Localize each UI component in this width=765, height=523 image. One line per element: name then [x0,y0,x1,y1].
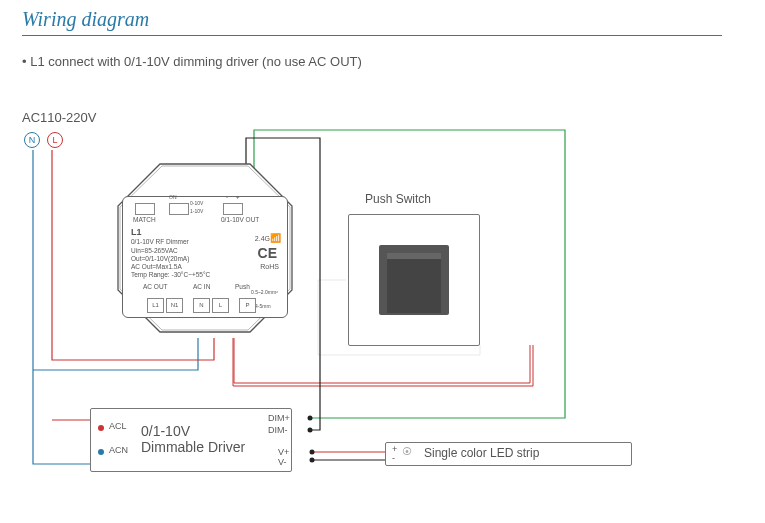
dimmable-driver: ACL ACN 0/1-10VDimmable Driver [90,408,292,472]
terminal-l1: L1 [147,298,164,313]
v-plus-label: V+ [278,447,289,457]
push-switch-plate [379,245,449,315]
svg-point-0 [308,416,313,421]
dip-switch-1 [169,203,189,215]
push-switch-button [387,253,441,313]
dip-switch-2 [223,203,243,215]
out-label: 0/1-10V OUT [221,216,259,224]
l1-model: L1 [131,227,142,238]
l1-desc: 0/1-10V RF Dimmer [131,238,189,246]
terminal-l: L [212,298,229,313]
terminal-p: P [239,298,256,313]
acn-label: ACN [109,445,128,455]
acn-terminal-icon [98,449,104,455]
terminal-n1: N1 [166,298,183,313]
strip-name: Single color LED strip [424,446,539,460]
rohs-label: RoHS [260,263,279,270]
svg-point-3 [310,458,315,463]
svg-point-1 [308,428,313,433]
l1-dimmer-module: ⊙⊙⊙⊙⊙⊙⊙⊙ MATCH ON 0-10V 1-10V - + 0/1-10… [114,160,294,340]
dim-minus-label: DIM- [268,425,288,435]
rf-24g-icon: 2.4G📶 [255,233,281,243]
l1-terminal-row: L1 N1 N L P [147,298,256,313]
l1-body: MATCH ON 0-10V 1-10V - + 0/1-10V OUT L1 … [122,196,288,318]
strip-minus-icon: - [392,453,395,463]
terminal-n: N [193,298,210,313]
match-label: MATCH [133,216,156,224]
strip-polarity-icon: ⦿ [402,446,412,457]
v-minus-label: V- [278,457,287,467]
ce-mark-icon: CE [258,245,277,261]
push-switch-label: Push Switch [365,192,431,206]
driver-name: 0/1-10VDimmable Driver [141,423,245,455]
svg-point-2 [310,450,315,455]
dim-plus-label: DIM+ [268,413,290,423]
match-button [135,203,155,215]
push-switch [348,214,480,346]
led-strip: + - ⦿ Single color LED strip [385,442,632,466]
acl-terminal-icon [98,425,104,431]
acl-label: ACL [109,421,127,431]
